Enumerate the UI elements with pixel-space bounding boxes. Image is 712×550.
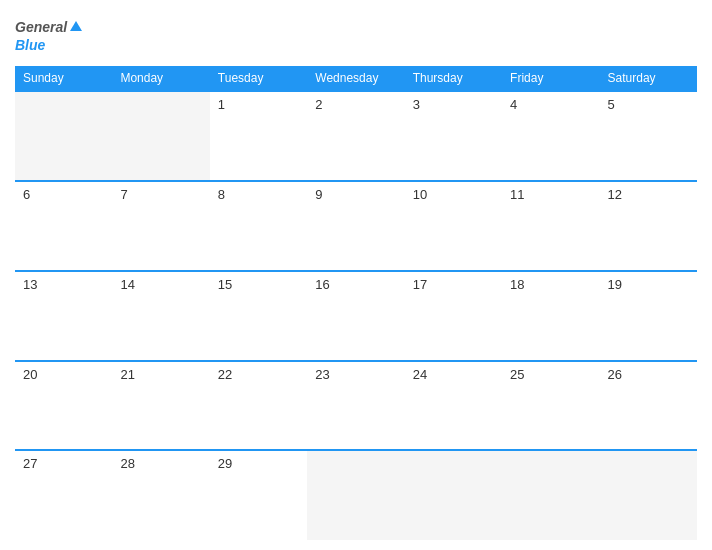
calendar-day-17: 17 [405,271,502,361]
day-number: 20 [23,367,37,382]
logo-blue-text: Blue [15,36,45,54]
day-number: 13 [23,277,37,292]
calendar-day-29: 29 [210,450,307,540]
day-number: 9 [315,187,322,202]
calendar-day-3: 3 [405,91,502,181]
calendar-week-row: 6789101112 [15,181,697,271]
day-number: 10 [413,187,427,202]
calendar-day-27: 27 [15,450,112,540]
day-number: 22 [218,367,232,382]
calendar-week-row: 20212223242526 [15,361,697,451]
day-number: 2 [315,97,322,112]
logo-general-text: General [15,18,67,36]
day-header-wednesday: Wednesday [307,66,404,91]
day-number: 1 [218,97,225,112]
day-number: 28 [120,456,134,471]
calendar-day-7: 7 [112,181,209,271]
day-number: 5 [608,97,615,112]
day-number: 19 [608,277,622,292]
day-number: 18 [510,277,524,292]
calendar-day-empty [600,450,697,540]
calendar-table: SundayMondayTuesdayWednesdayThursdayFrid… [15,66,697,540]
calendar-day-23: 23 [307,361,404,451]
day-number: 16 [315,277,329,292]
day-number: 11 [510,187,524,202]
calendar-day-1: 1 [210,91,307,181]
calendar-day-empty [405,450,502,540]
calendar-header-row: SundayMondayTuesdayWednesdayThursdayFrid… [15,66,697,91]
calendar-week-row: 13141516171819 [15,271,697,361]
calendar-header: General Blue [15,10,697,58]
day-header-sunday: Sunday [15,66,112,91]
day-header-saturday: Saturday [600,66,697,91]
calendar-day-empty [502,450,599,540]
calendar-day-empty [112,91,209,181]
day-number: 4 [510,97,517,112]
logo-triangle-icon [70,21,82,31]
calendar-day-empty [307,450,404,540]
day-number: 7 [120,187,127,202]
day-number: 15 [218,277,232,292]
calendar-day-26: 26 [600,361,697,451]
day-number: 8 [218,187,225,202]
calendar-day-13: 13 [15,271,112,361]
calendar-week-row: 272829 [15,450,697,540]
calendar-day-21: 21 [112,361,209,451]
day-number: 14 [120,277,134,292]
calendar-day-16: 16 [307,271,404,361]
calendar-week-row: 12345 [15,91,697,181]
calendar-day-2: 2 [307,91,404,181]
calendar-day-24: 24 [405,361,502,451]
day-number: 25 [510,367,524,382]
calendar-day-15: 15 [210,271,307,361]
calendar-day-5: 5 [600,91,697,181]
calendar-day-20: 20 [15,361,112,451]
day-number: 23 [315,367,329,382]
calendar-day-9: 9 [307,181,404,271]
calendar-day-12: 12 [600,181,697,271]
day-header-tuesday: Tuesday [210,66,307,91]
calendar-day-28: 28 [112,450,209,540]
day-header-thursday: Thursday [405,66,502,91]
day-number: 21 [120,367,134,382]
calendar-day-19: 19 [600,271,697,361]
day-header-monday: Monday [112,66,209,91]
calendar-day-4: 4 [502,91,599,181]
calendar-day-25: 25 [502,361,599,451]
calendar-day-11: 11 [502,181,599,271]
day-header-friday: Friday [502,66,599,91]
day-number: 27 [23,456,37,471]
calendar-day-18: 18 [502,271,599,361]
logo: General Blue [15,18,82,54]
day-number: 12 [608,187,622,202]
calendar-day-6: 6 [15,181,112,271]
day-number: 17 [413,277,427,292]
calendar-day-10: 10 [405,181,502,271]
calendar-day-22: 22 [210,361,307,451]
day-number: 24 [413,367,427,382]
day-number: 6 [23,187,30,202]
calendar-day-14: 14 [112,271,209,361]
day-number: 26 [608,367,622,382]
day-number: 29 [218,456,232,471]
day-number: 3 [413,97,420,112]
calendar-day-empty [15,91,112,181]
calendar-day-8: 8 [210,181,307,271]
